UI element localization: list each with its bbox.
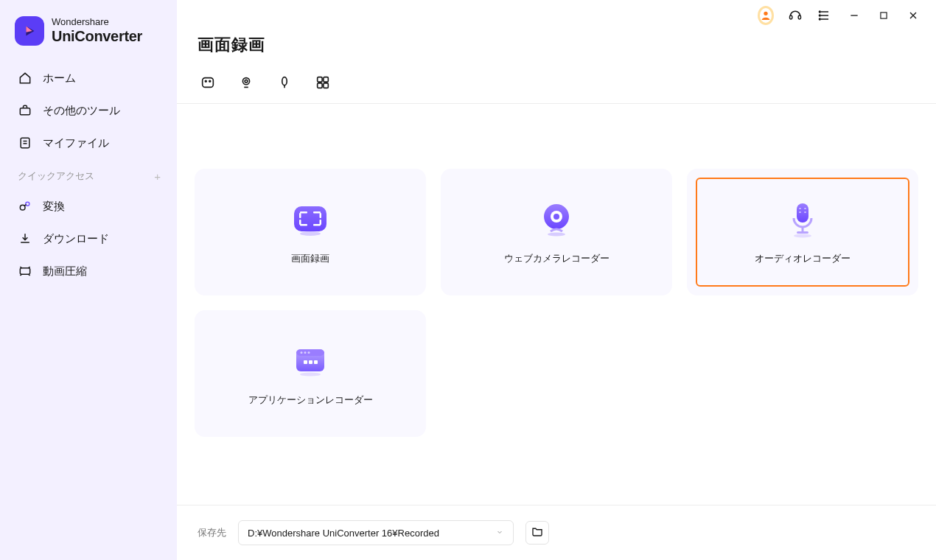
card-label: オーディオレコーダー [755, 252, 851, 265]
svg-rect-36 [797, 203, 808, 223]
svg-rect-39 [799, 211, 801, 213]
svg-rect-24 [313, 211, 321, 214]
svg-rect-49 [304, 360, 307, 364]
card-webcam-record[interactable]: ウェブカメラレコーダー [441, 169, 672, 295]
mode-tab-app[interactable] [314, 74, 332, 91]
svg-rect-51 [314, 360, 318, 364]
svg-point-47 [304, 351, 307, 354]
home-icon [18, 71, 32, 85]
svg-rect-25 [300, 224, 307, 226]
sidebar: Wondershare UniConverter ホーム その他のツール マイフ… [0, 0, 177, 560]
save-path-value: D:¥Wondershare UniConverter 16¥Recorded [248, 528, 439, 539]
card-app-record[interactable]: アプリケーションレコーダー [195, 310, 426, 437]
quick-item-compress[interactable]: 動画圧縮 [0, 255, 177, 287]
svg-rect-18 [318, 77, 322, 82]
convert-icon [18, 199, 32, 214]
mode-tab-screen[interactable] [199, 74, 217, 91]
svg-rect-29 [299, 220, 301, 225]
file-icon [18, 136, 32, 150]
titlebar [177, 0, 936, 31]
svg-rect-23 [300, 211, 307, 214]
svg-rect-12 [203, 78, 214, 88]
svg-rect-50 [309, 360, 312, 364]
webcam-icon [536, 199, 577, 240]
svg-rect-27 [299, 213, 301, 218]
sidebar-item-label: その他のツール [43, 104, 120, 118]
svg-rect-0 [20, 108, 29, 115]
minimize-button[interactable] [846, 7, 862, 24]
svg-point-2 [20, 205, 25, 210]
save-path-dropdown[interactable]: D:¥Wondershare UniConverter 16¥Recorded [238, 520, 514, 545]
close-button[interactable] [905, 7, 921, 24]
svg-point-13 [205, 80, 206, 82]
mode-tabs [198, 56, 915, 103]
card-screen-record[interactable]: 画面録画 [195, 169, 426, 295]
mode-tab-webcam[interactable] [237, 74, 255, 91]
svg-rect-21 [324, 83, 328, 88]
sidebar-item-home[interactable]: ホーム [0, 62, 177, 94]
svg-point-52 [300, 373, 321, 377]
app-logo: Wondershare UniConverter [0, 16, 177, 62]
card-label: 画面録画 [291, 252, 329, 265]
svg-point-35 [548, 233, 565, 237]
support-button[interactable] [787, 7, 803, 24]
svg-rect-30 [320, 220, 322, 225]
card-label: ウェブカメラレコーダー [504, 252, 610, 265]
logo-icon [15, 16, 44, 46]
toolbox-icon [18, 103, 32, 118]
svg-point-5 [764, 12, 767, 15]
compress-icon [18, 264, 32, 279]
open-folder-button[interactable] [525, 521, 549, 545]
svg-rect-22 [294, 206, 326, 231]
svg-point-34 [553, 214, 559, 220]
add-quick-access-button[interactable]: + [154, 170, 161, 183]
brand-line2: UniConverter [52, 28, 142, 45]
sidebar-item-label: 変換 [43, 200, 65, 214]
sidebar-item-other-tools[interactable]: その他のツール [0, 94, 177, 127]
mode-tab-audio[interactable] [276, 74, 293, 91]
card-audio-record[interactable]: オーディオレコーダー [687, 169, 918, 295]
svg-point-15 [242, 78, 249, 85]
svg-rect-1 [21, 138, 29, 147]
svg-rect-7 [798, 15, 800, 19]
quick-item-download[interactable]: ダウンロード [0, 223, 177, 255]
quick-item-convert[interactable]: 変換 [0, 190, 177, 223]
main-area: 画面録画 画面録画 ウェブカメラレコーダー オーディオレコーダー [177, 0, 936, 560]
chevron-down-icon [495, 528, 504, 539]
svg-point-8 [820, 11, 821, 13]
svg-point-17 [282, 77, 287, 85]
svg-rect-42 [797, 231, 808, 234]
svg-point-31 [300, 231, 321, 236]
svg-rect-19 [324, 77, 328, 82]
footer-bar: 保存先 D:¥Wondershare UniConverter 16¥Recor… [177, 505, 936, 560]
svg-rect-4 [20, 268, 29, 274]
page-header: 画面録画 [177, 31, 936, 103]
maximize-button[interactable] [876, 7, 892, 24]
card-label: アプリケーションレコーダー [248, 393, 373, 407]
svg-rect-41 [802, 227, 804, 231]
sidebar-item-label: マイファイル [43, 136, 109, 150]
brand-line1: Wondershare [52, 17, 142, 28]
sidebar-item-my-files[interactable]: マイファイル [0, 127, 177, 159]
svg-point-46 [301, 351, 303, 354]
svg-point-14 [209, 80, 211, 82]
page-title: 画面録画 [198, 34, 915, 56]
quick-access-label: クイックアクセス [18, 169, 94, 183]
svg-rect-26 [313, 224, 321, 226]
svg-point-10 [820, 18, 821, 20]
account-button[interactable] [758, 7, 774, 24]
svg-point-43 [794, 234, 811, 238]
avatar-icon [758, 6, 774, 25]
svg-point-48 [308, 351, 310, 354]
sidebar-item-label: 動画圧縮 [43, 265, 87, 279]
svg-rect-40 [804, 211, 806, 213]
sidebar-item-label: ホーム [43, 71, 76, 85]
menu-button[interactable] [817, 7, 833, 24]
folder-icon [531, 525, 544, 541]
svg-point-9 [820, 15, 821, 16]
svg-rect-20 [318, 83, 322, 88]
svg-rect-37 [799, 208, 801, 209]
recorder-cards: 画面録画 ウェブカメラレコーダー オーディオレコーダー アプリケーションレコーダ… [177, 104, 936, 437]
svg-rect-11 [881, 13, 887, 18]
quick-access-header: クイックアクセス + [0, 159, 177, 190]
